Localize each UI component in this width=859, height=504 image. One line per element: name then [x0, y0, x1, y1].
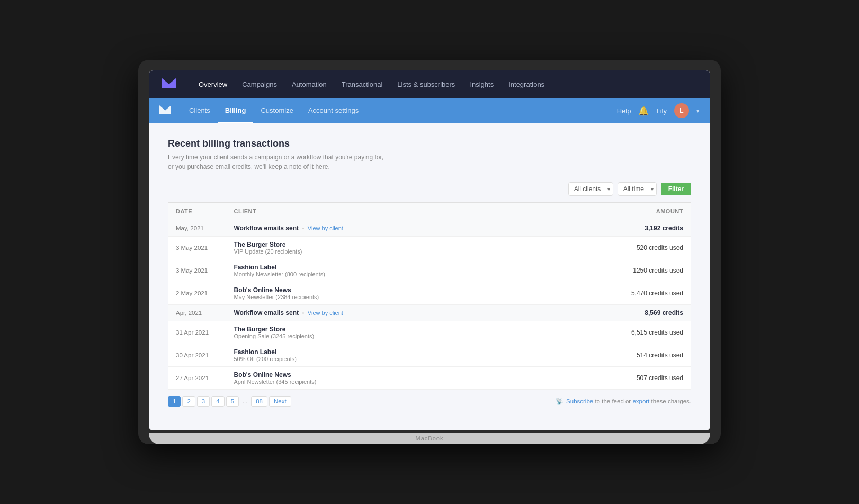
pagination-next: Next [269, 396, 291, 407]
sub-nav-logo-icon [159, 105, 171, 114]
item-date: 3 May 2021 [168, 259, 227, 282]
sub-nav-customize[interactable]: Customize [253, 99, 300, 122]
filter-button[interactable]: Filter [661, 183, 691, 195]
item-date: 27 Apr 2021 [168, 367, 227, 390]
chevron-down-icon: ▾ [696, 107, 700, 114]
client-name: The Burger Store [234, 241, 521, 248]
pagination-bar: 12345...88Next 📡 Subscribe to the feed o… [168, 396, 691, 407]
user-name[interactable]: Lily [656, 107, 667, 115]
client-filter-wrapper: All clients [568, 182, 613, 196]
pagination-item: 88 [251, 396, 267, 407]
laptop-brand: MacBook [416, 435, 444, 442]
item-date: 31 Apr 2021 [168, 321, 227, 344]
filter-bar: All clients All time Filter [168, 182, 691, 196]
laptop-screen: Overview Campaigns Automation Transactio… [149, 70, 710, 430]
table-row: 27 Apr 2021 Bob's Online News April News… [168, 367, 691, 390]
client-detail: May Newsletter (2384 recipients) [234, 294, 521, 300]
export-link[interactable]: export [632, 398, 649, 404]
pagination-link-3[interactable]: 3 [197, 396, 210, 407]
item-client: The Burger Store VIP Update (20 recipien… [227, 237, 529, 259]
amount-header: AMOUNT [528, 203, 691, 220]
nav-integrations[interactable]: Integrations [501, 72, 552, 97]
client-header: CLIENT [227, 203, 529, 220]
client-detail: 50% Off (200 recipients) [234, 356, 521, 362]
suffix-text: these charges. [651, 398, 691, 404]
pagination-item: 1 [168, 396, 181, 407]
table-row: 3 May 2021 The Burger Store VIP Update (… [168, 237, 691, 259]
top-nav-items: Overview Campaigns Automation Transactio… [191, 72, 552, 97]
table-row: 3 May 2021 Fashion Label Monthly Newslet… [168, 259, 691, 282]
group-amount: 8,569 credits [528, 305, 691, 321]
logo-icon [162, 78, 176, 88]
pagination-next-link[interactable]: Next [269, 396, 291, 407]
nav-insights[interactable]: Insights [462, 72, 501, 97]
group-client: Workflow emails sent • View by client [227, 220, 529, 237]
pagination-link-2[interactable]: 2 [182, 396, 195, 407]
item-client: The Burger Store Opening Sale (3245 reci… [227, 321, 529, 344]
avatar: L [674, 103, 689, 118]
item-amount: 520 credits used [528, 237, 691, 259]
pagination-right: 📡 Subscribe to the feed or export these … [556, 398, 691, 405]
page-title: Recent billing transactions [168, 138, 691, 149]
feed-text: to the feed or [595, 398, 632, 404]
client-detail: VIP Update (20 recipients) [234, 248, 521, 255]
table-group-row: May, 2021 Workflow emails sent • View by… [168, 220, 691, 237]
item-amount: 5,470 credits used [528, 282, 691, 305]
pagination-link-1[interactable]: 1 [168, 396, 181, 407]
client-detail: Opening Sale (3245 recipients) [234, 333, 521, 339]
bell-icon[interactable]: 🔔 [638, 106, 649, 116]
item-client: Bob's Online News April Newsletter (345 … [227, 367, 529, 390]
client-name: Bob's Online News [234, 286, 521, 294]
client-name: The Burger Store [234, 326, 521, 333]
item-amount: 1250 credits used [528, 259, 691, 282]
feed-icon: 📡 [556, 398, 563, 404]
view-by-client-link[interactable]: View by client [308, 310, 343, 316]
nav-lists-subscribers[interactable]: Lists & subscribers [390, 72, 462, 97]
nav-transactional[interactable]: Transactional [334, 72, 390, 97]
nav-campaigns[interactable]: Campaigns [235, 72, 284, 97]
pagination-item: 4 [211, 396, 224, 407]
nav-overview[interactable]: Overview [191, 72, 235, 97]
table-row: 31 Apr 2021 The Burger Store Opening Sal… [168, 321, 691, 344]
view-by-client-link[interactable]: View by client [308, 225, 343, 231]
pagination-item: 3 [197, 396, 210, 407]
date-header: DATE [168, 203, 227, 220]
subscribe-link[interactable]: Subscribe [566, 398, 593, 404]
item-client: Bob's Online News May Newsletter (2384 r… [227, 282, 529, 305]
client-detail: Monthly Newsletter (800 recipients) [234, 271, 521, 277]
top-nav: Overview Campaigns Automation Transactio… [149, 70, 710, 98]
pagination-item: ... [240, 398, 249, 405]
laptop-bottom: MacBook [149, 433, 710, 444]
table-row: 30 Apr 2021 Fashion Label 50% Off (200 r… [168, 344, 691, 367]
time-filter[interactable]: All time [618, 182, 657, 196]
item-date: 30 Apr 2021 [168, 344, 227, 367]
help-link[interactable]: Help [617, 107, 631, 115]
pagination-link-5[interactable]: 5 [226, 396, 239, 407]
sub-nav-clients[interactable]: Clients [182, 99, 218, 122]
sub-nav-items: Clients Billing Customize Account settin… [182, 99, 366, 123]
pagination-link-88[interactable]: 88 [251, 396, 267, 407]
billing-table: DATE CLIENT AMOUNT May, 2021 Workflow em… [168, 202, 691, 390]
laptop-frame: Overview Campaigns Automation Transactio… [138, 60, 721, 444]
group-date: May, 2021 [168, 220, 227, 237]
pagination-ellipsis: ... [240, 397, 249, 406]
table-header-row: DATE CLIENT AMOUNT [168, 203, 691, 220]
sub-nav-billing[interactable]: Billing [218, 99, 254, 123]
nav-automation[interactable]: Automation [284, 72, 334, 97]
group-amount: 3,192 credits [528, 220, 691, 237]
group-client: Workflow emails sent • View by client [227, 305, 529, 321]
table-row: 2 May 2021 Bob's Online News May Newslet… [168, 282, 691, 305]
client-filter[interactable]: All clients [568, 182, 613, 196]
item-client: Fashion Label Monthly Newsletter (800 re… [227, 259, 529, 282]
bullet-separator: • [302, 226, 305, 231]
pagination-link-4[interactable]: 4 [211, 396, 224, 407]
client-detail: April Newsletter (345 recipients) [234, 379, 521, 385]
top-nav-logo[interactable] [162, 78, 176, 91]
item-client: Fashion Label 50% Off (200 recipients) [227, 344, 529, 367]
time-filter-wrapper: All time [618, 182, 657, 196]
group-date: Apr, 2021 [168, 305, 227, 321]
sub-nav: Clients Billing Customize Account settin… [149, 98, 710, 123]
client-name: Bob's Online News [234, 371, 521, 379]
item-date: 2 May 2021 [168, 282, 227, 305]
sub-nav-account-settings[interactable]: Account settings [301, 99, 366, 122]
